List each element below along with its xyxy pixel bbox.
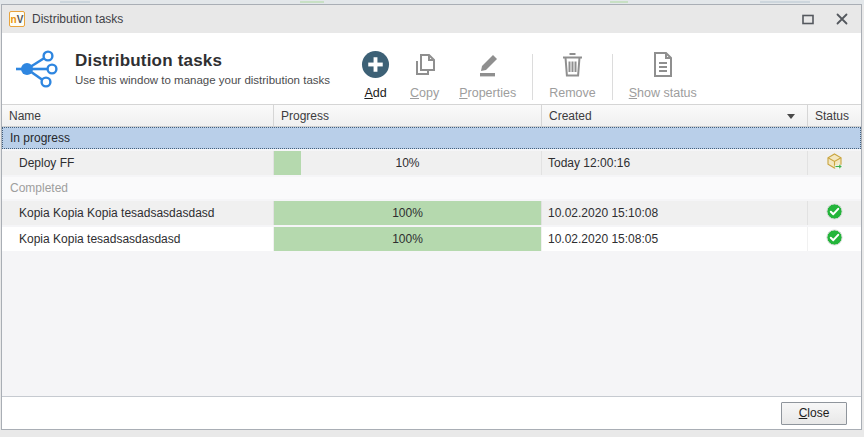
dialog-header: Distribution tasks Use this window to ma… [2, 33, 861, 104]
background-artifact [60, 1, 90, 3]
remove-trash-icon [560, 47, 585, 83]
column-header-status[interactable]: Status [808, 105, 861, 126]
task-created: 10.02.2020 15:08:05 [542, 227, 808, 251]
check-circle-icon [826, 229, 843, 249]
progress-label: 100% [274, 201, 541, 225]
column-header-progress[interactable]: Progress [274, 105, 542, 126]
toolbar-add-button[interactable]: Add [351, 47, 400, 100]
maximize-button[interactable] [801, 12, 815, 26]
titlebar[interactable]: nV Distribution tasks [2, 5, 861, 33]
check-circle-icon [826, 203, 843, 223]
task-progress-bar: 10% [274, 151, 542, 175]
column-header-created[interactable]: Created [542, 105, 808, 126]
show-status-document-icon [651, 47, 675, 83]
column-header-name[interactable]: Name [2, 105, 274, 126]
copy-pages-icon [411, 47, 438, 83]
task-progress-bar: 100% [274, 227, 542, 251]
task-status [808, 201, 861, 225]
toolbar-separator [612, 54, 613, 100]
table-body: In progressDeploy FF10%Today 12:00:16Com… [2, 127, 861, 396]
toolbar-button-label: Copy [410, 86, 439, 100]
toolbar: AddCopyPropertiesRemoveShow status [351, 40, 707, 100]
task-row[interactable]: Kopia Kopia tesadsasdasdasd100%10.02.202… [2, 227, 861, 251]
toolbar-button-label: Remove [549, 86, 596, 100]
toolbar-button-label: Show status [629, 86, 697, 100]
group-row-in-progress[interactable]: In progress [2, 127, 861, 149]
toolbar-button-label: Properties [459, 86, 516, 100]
background-artifact [760, 1, 810, 3]
group-row-completed[interactable]: Completed [2, 177, 861, 199]
toolbar-copy-button[interactable]: Copy [400, 47, 449, 100]
add-plus-icon [361, 47, 390, 83]
table-header: Name Progress Created Status [2, 105, 861, 127]
close-button[interactable]: Close [781, 402, 847, 425]
app-logo-icon: nV [9, 11, 25, 27]
task-created: Today 12:00:16 [542, 151, 808, 175]
dialog-footer: Close [2, 396, 861, 429]
package-deploy-icon [826, 153, 843, 173]
task-status [808, 151, 861, 175]
toolbar-remove-button[interactable]: Remove [539, 47, 606, 100]
distribution-network-icon [15, 50, 61, 92]
page-title: Distribution tasks [75, 51, 351, 71]
close-window-button[interactable] [835, 12, 849, 26]
group-label: In progress [10, 131, 70, 145]
background-artifact [610, 1, 628, 3]
tasks-table: Name Progress Created Status In progress… [2, 104, 861, 396]
task-created: 10.02.2020 15:10:08 [542, 201, 808, 225]
toolbar-button-label: Add [364, 86, 386, 100]
distribution-tasks-dialog: nV Distribution tasks [1, 4, 862, 430]
task-status [808, 227, 861, 251]
progress-label: 100% [274, 227, 541, 251]
task-row[interactable]: Deploy FF10%Today 12:00:16 [2, 151, 861, 175]
toolbar-separator [532, 54, 533, 100]
window-title: Distribution tasks [32, 12, 123, 26]
task-name: Deploy FF [2, 151, 274, 175]
toolbar-properties-button[interactable]: Properties [449, 47, 526, 100]
task-name: Kopia Kopia tesadsasdasdasd [2, 227, 274, 251]
group-label: Completed [10, 181, 68, 195]
progress-label: 10% [274, 151, 541, 175]
properties-pencil-icon [474, 47, 501, 83]
toolbar-show-status-button[interactable]: Show status [619, 47, 707, 100]
page-subtitle: Use this window to manage your distribut… [75, 74, 351, 86]
close-icon [836, 13, 848, 25]
task-row[interactable]: Kopia Kopia Kopia tesadsasdasdasd100%10.… [2, 201, 861, 225]
maximize-icon [802, 14, 814, 25]
task-progress-bar: 100% [274, 201, 542, 225]
background-artifact [300, 1, 324, 3]
task-name: Kopia Kopia Kopia tesadsasdasdasd [2, 201, 274, 225]
sort-desc-arrow-icon [787, 114, 795, 119]
